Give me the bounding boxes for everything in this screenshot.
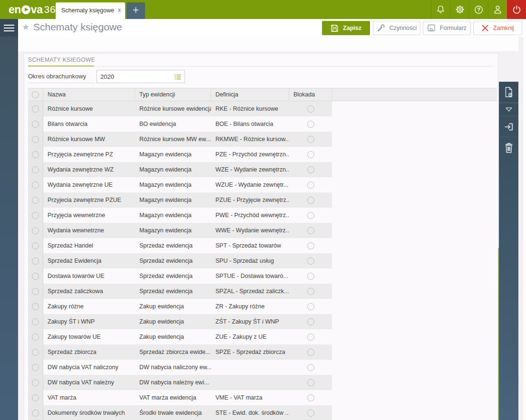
row-select-radio[interactable] [28, 208, 43, 223]
actions-button[interactable]: Czynności [373, 21, 420, 35]
new-tab-button[interactable]: + [127, 2, 145, 19]
row-select-radio[interactable] [28, 101, 43, 116]
cell-blokada-radio[interactable] [289, 177, 332, 192]
cell-blokada-radio[interactable] [289, 360, 332, 375]
cell-blokada-radio[interactable] [289, 344, 332, 360]
notifications-button[interactable] [431, 0, 450, 19]
column-header-blokada[interactable]: Blokada [289, 88, 332, 101]
table-row[interactable]: Sprzedaż EwidencjaSprzedaż ewidencjaSPU … [28, 253, 332, 268]
cell-nazwa: Zakupy różne [43, 299, 135, 314]
cell-blokada-radio[interactable] [289, 329, 332, 344]
cell-typ-ewidencji: Magazyn ewidencja [135, 162, 211, 177]
table-row[interactable]: Wydania wewnetrzneMagazyn ewidencjaWWE -… [28, 223, 332, 238]
row-select-radio[interactable] [28, 132, 43, 147]
cell-blokada-radio[interactable] [289, 268, 332, 284]
cell-typ-ewidencji: Sprzedaż zbiorcza ewide... [135, 344, 211, 360]
cell-blokada-radio[interactable] [289, 405, 332, 420]
row-select-radio[interactable] [28, 116, 43, 132]
table-row[interactable]: Dokumenty środków trwałychŚrodki trwałe … [28, 405, 332, 420]
cell-blokada-radio[interactable] [289, 147, 332, 162]
new-record-button[interactable] [499, 82, 518, 103]
row-select-radio[interactable] [28, 147, 43, 162]
cell-blokada-radio[interactable] [289, 101, 332, 116]
row-select-radio[interactable] [28, 375, 43, 390]
user-button[interactable] [488, 0, 507, 19]
table-row[interactable]: Wydania zewnętrzne UEMagazyn ewidencjaWZ… [28, 177, 332, 192]
cell-blokada-radio[interactable] [289, 299, 332, 314]
column-header-typ-ewidencji[interactable]: Typ ewidencji [135, 88, 211, 101]
table-row[interactable]: DW nabycia VAT należnyDW nabycia należny… [28, 375, 332, 390]
table-row[interactable]: DW nabycia VAT naliczonyDW nabycia nalic… [28, 360, 332, 375]
period-field[interactable] [97, 70, 185, 83]
row-select-radio[interactable] [28, 344, 43, 360]
settings-button[interactable] [450, 0, 469, 19]
row-select-radio[interactable] [28, 360, 43, 375]
table-row[interactable]: VAT marżaVAT marża ewidencjaVME - VAT ma… [28, 390, 332, 405]
table-row[interactable]: Przyjęcia zewnętrzne PZMagazyn ewidencja… [28, 147, 332, 162]
cell-blokada-radio[interactable] [289, 162, 332, 177]
period-input[interactable] [97, 70, 172, 83]
table-row[interactable]: Różnice kursowe MWRóżnice kursowe MW ew.… [28, 132, 332, 147]
list-picker-icon[interactable] [174, 73, 182, 81]
cell-blokada-radio[interactable] [289, 390, 332, 405]
table-row[interactable]: Zakupy różneZakup ewidencjaZR - Zakupy r… [28, 299, 332, 314]
section-title: SCHEMATY KSIEGOWE [28, 57, 494, 67]
cell-definicja: SPZE - Sprzedaż zbiorcza [211, 344, 289, 360]
open-record-button[interactable] [499, 116, 518, 137]
cell-blokada-radio[interactable] [289, 284, 332, 299]
cell-typ-ewidencji: DW nabycia należny ewi... [135, 375, 211, 390]
table-row[interactable]: Zakupy ŚT i WNPZakup ewidencjaZŚT - Zaku… [28, 314, 332, 329]
cell-blokada-radio[interactable] [289, 253, 332, 268]
logout-button[interactable] [507, 0, 526, 19]
row-select-radio[interactable] [28, 238, 43, 253]
cell-blokada-radio[interactable] [289, 223, 332, 238]
row-select-radio[interactable] [28, 177, 43, 192]
cell-blokada-radio[interactable] [289, 375, 332, 390]
row-select-radio[interactable] [28, 162, 43, 177]
row-select-radio[interactable] [28, 268, 43, 284]
schematy-panel: SCHEMATY KSIEGOWE Okres obrachunkowy Naz… [24, 53, 498, 420]
table-row[interactable]: Bilans otwarciaBO ewidencjaBOE - Bilans … [28, 116, 332, 132]
table-row[interactable]: Dostawa towarów UESprzedaż ewidencjaSPTU… [28, 268, 332, 284]
row-select-radio[interactable] [28, 390, 43, 405]
cell-blokada-radio[interactable] [289, 132, 332, 147]
row-select-radio[interactable] [28, 299, 43, 314]
cell-blokada-radio[interactable] [289, 314, 332, 329]
save-button[interactable]: Zapisz [322, 21, 370, 35]
table-row[interactable]: Zakupy towarów UEZakup ewidencjaZUE - Za… [28, 329, 332, 344]
close-button[interactable]: Zamknij [473, 21, 522, 35]
form-button[interactable]: Formularz [423, 21, 471, 35]
cell-definicja: BOE - Bilans otwarcia [211, 116, 289, 132]
row-select-radio[interactable] [28, 329, 43, 344]
table-row[interactable]: Przyjecia zewnętrzne PZUEMagazyn ewidenc… [28, 192, 332, 208]
table-row[interactable]: Sprzedaż zbiorczaSprzedaż zbiorcza ewide… [28, 344, 332, 360]
page-scrollbar[interactable] [522, 37, 526, 420]
row-select-radio[interactable] [28, 284, 43, 299]
row-select-radio[interactable] [28, 314, 43, 329]
cell-nazwa: Sprzedaż Ewidencja [43, 253, 135, 268]
main-menu-button[interactable] [0, 19, 18, 37]
cell-blokada-radio[interactable] [289, 238, 332, 253]
tab-schematy-ksiegowe[interactable]: Schematy księgowe x [56, 2, 125, 19]
delete-record-button[interactable] [499, 137, 518, 158]
row-select-radio[interactable] [28, 192, 43, 208]
select-all-radio[interactable] [28, 88, 43, 101]
table-row[interactable]: Różnice kursoweRóżnice kursowe ewidencja… [28, 101, 332, 116]
column-header-nazwa[interactable]: Nazwa [43, 88, 135, 101]
row-select-radio[interactable] [28, 253, 43, 268]
help-button[interactable]: ? [469, 0, 488, 19]
toolbar-dropdown-button[interactable] [499, 103, 518, 116]
table-row[interactable]: Sprzedaż HandelSprzedaż ewidencjaSPT - S… [28, 238, 332, 253]
table-row[interactable]: Sprzedaż zaliczkowaSprzedaż ewidencjaSPZ… [28, 284, 332, 299]
tab-close-icon[interactable]: x [118, 7, 121, 13]
table-row[interactable]: Wydania zewnętrzne WZMagazyn ewidencjaWZ… [28, 162, 332, 177]
row-select-radio[interactable] [28, 223, 43, 238]
row-select-radio[interactable] [28, 405, 43, 420]
cell-nazwa: Sprzedaż Handel [43, 238, 135, 253]
cell-blokada-radio[interactable] [289, 192, 332, 208]
cell-blokada-radio[interactable] [289, 208, 332, 223]
table-row[interactable]: Przyjęcia wewnetrzneMagazyn ewidencjaPWE… [28, 208, 332, 223]
favorite-star-icon[interactable]: ★ [22, 22, 29, 32]
cell-blokada-radio[interactable] [289, 116, 332, 132]
column-header-definicja[interactable]: Definicja [211, 88, 289, 101]
